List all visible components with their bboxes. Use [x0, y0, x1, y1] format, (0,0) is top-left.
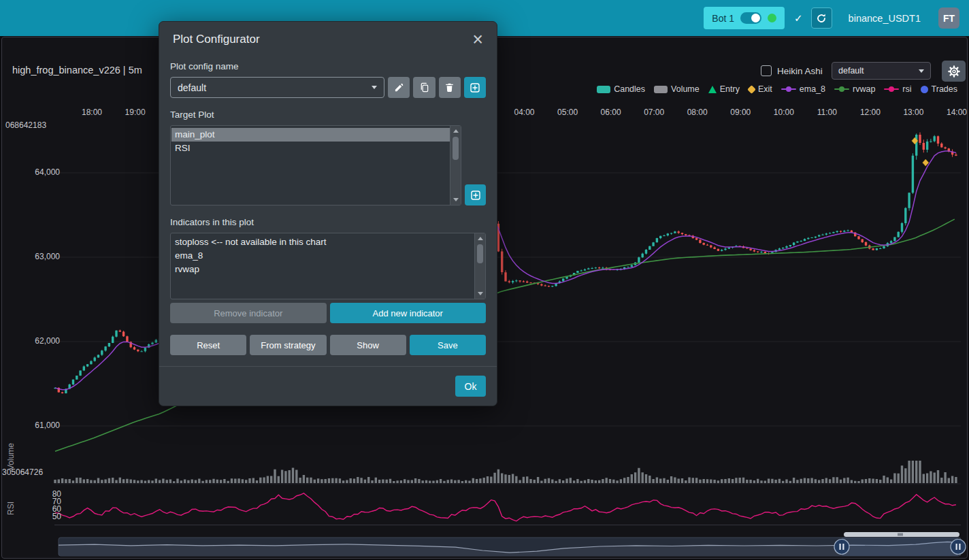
active-bot-name: binance_USDT1	[849, 13, 921, 24]
indicator-item[interactable]: stoploss <-- not available in this chart	[171, 235, 474, 249]
from-strategy-button[interactable]: From strategy	[250, 335, 326, 355]
legend-item-exit[interactable]: Exit	[749, 84, 772, 94]
app-screen: 18:0019:0004:0005:0006:0007:0008:0009:00…	[0, 0, 969, 560]
indicator-buttons-row: Remove indicator Add new indicator	[170, 303, 486, 323]
bot-selector-chip[interactable]: Bot 1	[704, 7, 785, 29]
indicator-item[interactable]: rvwap	[171, 263, 474, 276]
close-icon[interactable]: ×	[472, 33, 483, 46]
refresh-icon	[816, 13, 827, 24]
legend-label: Candles	[614, 84, 645, 94]
legend-label: Exit	[758, 84, 772, 94]
target-plot-label: Target Plot	[170, 110, 486, 120]
trash-icon	[444, 82, 455, 93]
triangle-marker-icon	[708, 86, 717, 93]
duplicate-config-button[interactable]	[413, 77, 435, 98]
copy-icon	[419, 82, 429, 93]
legend-item-candles[interactable]: Candles	[597, 84, 645, 94]
target-plot-item[interactable]: main_plot	[171, 128, 450, 142]
line-marker-icon	[834, 88, 849, 90]
chart-legend: CandlesVolumeEntryExitema_8rvwaprsiTrade…	[597, 84, 957, 94]
bot-chip-label: Bot 1	[712, 13, 734, 24]
scroll-up-icon[interactable]	[450, 127, 461, 135]
legend-label: Volume	[671, 84, 700, 94]
chart-pair-title: high_frog_binance_v226 | 5m	[12, 65, 142, 76]
modal-header: Plot Configurator ×	[159, 22, 497, 54]
plus-square-icon	[470, 190, 481, 201]
scroll-up-icon[interactable]	[475, 234, 485, 243]
diamond-marker-icon	[747, 85, 756, 94]
legend-item-ema-8[interactable]: ema_8	[781, 84, 825, 94]
target-plot-item[interactable]: RSI	[171, 142, 450, 155]
scroll-down-icon[interactable]	[475, 289, 485, 298]
gear-icon	[948, 65, 960, 78]
add-config-button[interactable]	[464, 77, 486, 98]
plot-config-name-value: default	[178, 82, 206, 93]
circle-marker-icon	[921, 86, 928, 93]
bot-enable-toggle[interactable]	[740, 12, 761, 24]
legend-item-volume[interactable]: Volume	[654, 84, 700, 94]
remove-indicator-button[interactable]: Remove indicator	[170, 303, 327, 323]
plus-square-icon	[470, 82, 480, 93]
check-icon: ✓	[794, 12, 803, 24]
plot-config-name-select[interactable]: default	[170, 77, 384, 98]
legend-label: Trades	[932, 84, 957, 94]
edit-config-button[interactable]	[388, 77, 410, 98]
legend-label: ema_8	[800, 84, 825, 94]
target-plot-row: main_plotRSI	[170, 125, 486, 205]
legend-item-rsi[interactable]: rsi	[884, 84, 911, 94]
modal-body: Plot config name default	[159, 54, 497, 355]
heikin-ashi-control: Heikin Ashi	[761, 65, 823, 76]
show-button[interactable]: Show	[330, 335, 406, 355]
indicator-item[interactable]: ema_8	[171, 249, 474, 263]
heikin-ashi-label: Heikin Ashi	[777, 66, 823, 76]
line-marker-icon	[781, 88, 796, 90]
save-button[interactable]: Save	[410, 335, 486, 355]
config-action-row: Reset From strategy Show Save	[170, 335, 486, 355]
chevron-down-icon	[919, 69, 924, 73]
refresh-button[interactable]	[811, 7, 832, 29]
heikin-ashi-checkbox[interactable]	[761, 65, 772, 76]
plot-config-dropdown-chart[interactable]: default	[832, 62, 931, 80]
modal-title: Plot Configurator	[173, 33, 260, 46]
rect-marker-icon	[597, 86, 610, 93]
plot-config-dropdown-value: default	[838, 66, 864, 76]
toggle-knob	[751, 14, 760, 22]
target-plot-items: main_plotRSI	[171, 127, 450, 204]
config-row: default	[170, 77, 486, 98]
legend-label: rvwap	[853, 84, 875, 94]
target-plot-listbox: main_plotRSI	[170, 125, 461, 205]
ok-button[interactable]: Ok	[455, 376, 486, 397]
scrollbar[interactable]	[450, 126, 461, 205]
modal-footer: Ok	[159, 366, 497, 406]
scroll-thumb[interactable]	[453, 137, 459, 160]
legend-label: Entry	[720, 84, 740, 94]
add-new-indicator-button[interactable]: Add new indicator	[330, 303, 487, 323]
legend-item-entry[interactable]: Entry	[708, 84, 740, 94]
legend-item-rvwap[interactable]: rvwap	[834, 84, 875, 94]
reset-button[interactable]: Reset	[170, 335, 246, 355]
indicator-items: stoploss <-- not available in this chart…	[171, 234, 474, 298]
legend-item-trades[interactable]: Trades	[921, 84, 957, 94]
add-plot-button[interactable]	[465, 184, 486, 205]
rect-marker-icon	[654, 86, 668, 93]
plot-config-name-label: Plot config name	[170, 61, 486, 71]
indicators-label: Indicators in this plot	[170, 217, 486, 227]
line-marker-icon	[884, 88, 899, 90]
plot-settings-button[interactable]	[942, 61, 966, 82]
plot-configurator-modal: Plot Configurator × Plot config name def…	[159, 21, 497, 406]
app-logo[interactable]: FT	[938, 7, 959, 29]
scroll-thumb[interactable]	[477, 244, 483, 263]
chevron-down-icon	[372, 86, 377, 89]
scroll-down-icon[interactable]	[450, 195, 461, 204]
scrollbar[interactable]	[474, 233, 485, 299]
bot-online-dot	[768, 14, 776, 22]
pencil-icon	[394, 82, 404, 93]
legend-label: rsi	[902, 84, 911, 94]
indicators-listbox: stoploss <-- not available in this chart…	[170, 233, 486, 299]
delete-config-button[interactable]	[439, 77, 461, 98]
